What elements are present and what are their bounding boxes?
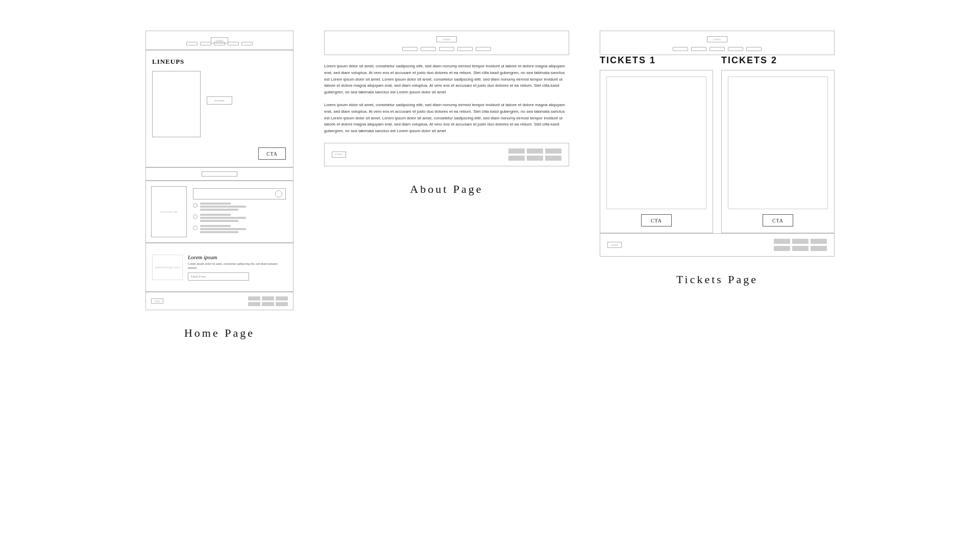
- about-nav-pill-5[interactable]: [476, 47, 491, 51]
- tickets-footer: LOGO: [600, 233, 835, 257]
- tickets-nav-logo: LOGO: [707, 36, 727, 42]
- home-subheader-inner: [202, 171, 237, 177]
- home-hero-section: LINEUPS POSTER CTA: [145, 50, 293, 167]
- home-newsletter-section: NEWSLETTER LOGO Lorem ipsum Lorem ipsum …: [145, 243, 293, 292]
- about-footer-cell-2: [527, 148, 543, 154]
- about-footer-cell-1: [508, 148, 525, 154]
- ticket-card-1-image: [606, 77, 706, 209]
- home-card-list: [191, 186, 288, 237]
- tickets-nav-pill-2[interactable]: [691, 47, 706, 51]
- ticket-card-2-cta[interactable]: CTA: [763, 214, 793, 227]
- home-card-line-title-2: [200, 214, 231, 216]
- about-footer-cell-5: [527, 156, 543, 161]
- ticket-card-1: CTA: [600, 70, 713, 233]
- tickets-2-label-wrap: TICKETS 2: [721, 55, 835, 70]
- tickets-footer-cell-6: [811, 246, 827, 251]
- home-card-line-sub-1b: [200, 209, 238, 211]
- about-body-text-1: Lorem ipsum dolor sit amet, consetetur s…: [324, 63, 569, 96]
- home-card-lines-2: [200, 214, 246, 222]
- about-footer-logo: LOGO: [332, 152, 346, 158]
- about-footer-cell-4: [508, 156, 525, 161]
- footer-grid-cell-6: [276, 302, 288, 306]
- home-newsletter-logo: NEWSLETTER LOGO: [152, 255, 183, 280]
- home-nav-pills: [186, 42, 253, 45]
- tickets-footer-cell-5: [792, 246, 808, 251]
- about-text-section: Lorem ipsum dolor sit amet, consetetur s…: [324, 55, 569, 143]
- tickets-nav-pill-3[interactable]: [709, 47, 725, 51]
- tickets-footer-cell-2: [792, 239, 808, 244]
- tickets-1-label-wrap: TICKETS 1: [600, 55, 713, 70]
- footer-grid-cell-5: [262, 302, 274, 306]
- home-hero-poster: POSTER: [207, 96, 232, 105]
- home-card-line-title-1: [200, 203, 231, 205]
- about-body-text-2: Lorem ipsum dolor sit amet, consetetur s…: [324, 102, 569, 135]
- home-card-bullet-2: [193, 214, 198, 219]
- tickets-nav-pill-1[interactable]: [673, 47, 688, 51]
- about-nav-pill-1[interactable]: [402, 47, 418, 51]
- about-footer-cell-3: [545, 148, 561, 154]
- home-newsletter-content: Lorem ipsum Lorem ipsum dolor sit amet, …: [188, 254, 287, 281]
- home-card-line-sub-3: [200, 228, 246, 230]
- home-nav-pill-2[interactable]: [200, 42, 211, 45]
- home-card-circle: [275, 190, 282, 197]
- home-newsletter-body: Lorem ipsum dolor sit amet, consetetur s…: [188, 262, 287, 270]
- home-page-column: LOGO LINEUPS POSTER CTA PLAYLIST ART: [145, 31, 293, 340]
- about-nav-pills: [402, 47, 491, 51]
- home-hero-title: LINEUPS: [152, 58, 184, 66]
- about-nav-pill-4[interactable]: [457, 47, 473, 51]
- footer-grid-cell-3: [276, 296, 288, 300]
- home-card-lines-1: [200, 203, 246, 211]
- home-newsletter-form[interactable]: Email Form: [188, 272, 249, 281]
- home-card-bullet-3: [193, 226, 198, 230]
- ticket-card-1-cta[interactable]: CTA: [641, 214, 672, 227]
- home-card-bullet-1: [193, 203, 198, 208]
- tickets-nav-pill-4[interactable]: [728, 47, 743, 51]
- home-hero-cta-button[interactable]: CTA: [258, 147, 286, 160]
- tickets-cards-row: CTA CTA: [600, 70, 835, 233]
- tickets-nav-pills: [673, 47, 762, 51]
- home-card-line-title-3: [200, 225, 231, 227]
- about-nav-pill-2[interactable]: [421, 47, 436, 51]
- footer-grid-cell-2: [262, 296, 274, 300]
- tickets-page-column: LOGO TICKETS 1 TICKETS 2 CTA: [600, 31, 835, 286]
- footer-grid-cell-4: [248, 302, 260, 306]
- ticket-card-2-image: [728, 77, 828, 209]
- home-nav-pill-4[interactable]: [228, 42, 239, 45]
- home-card-item-2[interactable]: [193, 214, 286, 222]
- about-nav-pill-3[interactable]: [439, 47, 454, 51]
- home-card-line-sub-2: [200, 217, 246, 219]
- home-footer: LOGO: [145, 292, 293, 310]
- home-card-art: PLAYLIST ART: [151, 186, 187, 237]
- home-card-lines-3: [200, 225, 246, 233]
- tickets-footer-grid: [774, 239, 827, 251]
- home-card-line-sub-1: [200, 206, 246, 208]
- tickets-nav-pill-5[interactable]: [746, 47, 762, 51]
- home-nav-pill-3[interactable]: [214, 42, 225, 45]
- home-page-label: Home Page: [184, 327, 255, 340]
- home-navbar: LOGO: [145, 31, 293, 50]
- home-nav-pill-1[interactable]: [186, 42, 198, 45]
- home-nav-pill-5[interactable]: [241, 42, 253, 45]
- home-subheader: [145, 167, 293, 181]
- home-card-search[interactable]: [193, 188, 286, 199]
- ticket-card-2: CTA: [721, 70, 835, 233]
- home-card-item-1[interactable]: [193, 203, 286, 211]
- tickets-page-label: Tickets Page: [676, 273, 758, 286]
- about-page-label: About Page: [410, 183, 483, 196]
- home-cards-section: PLAYLIST ART: [145, 181, 293, 243]
- home-card-item-3[interactable]: [193, 225, 286, 233]
- tickets-footer-cell-3: [811, 239, 827, 244]
- tickets-footer-logo: LOGO: [607, 242, 622, 248]
- tickets-2-label: TICKETS 2: [721, 55, 835, 66]
- tickets-section-labels: TICKETS 1 TICKETS 2: [600, 55, 835, 70]
- about-page-column: LOGO Lorem ipsum dolor sit amet, consete…: [324, 31, 569, 196]
- tickets-footer-cell-4: [774, 246, 790, 251]
- home-hero-image: [152, 71, 201, 137]
- home-footer-grid: [248, 296, 288, 306]
- home-footer-logo: LOGO: [151, 298, 163, 304]
- home-card-line-sub-2b: [200, 220, 238, 222]
- about-footer-grid: [508, 148, 561, 161]
- about-footer-cell-6: [545, 156, 561, 161]
- about-nav-logo: LOGO: [436, 36, 457, 42]
- about-footer: LOGO: [324, 143, 569, 166]
